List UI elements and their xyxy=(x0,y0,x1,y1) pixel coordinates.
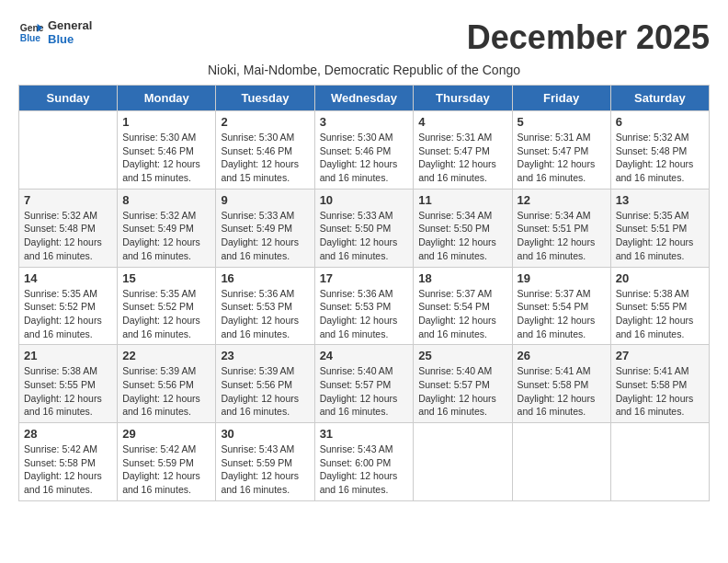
day-info: Sunrise: 5:37 AM Sunset: 5:54 PM Dayligh… xyxy=(418,287,506,341)
calendar-cell: 3Sunrise: 5:30 AM Sunset: 5:46 PM Daylig… xyxy=(314,111,414,190)
header-cell-monday: Monday xyxy=(118,86,216,111)
day-info: Sunrise: 5:35 AM Sunset: 5:52 PM Dayligh… xyxy=(122,287,210,341)
calendar-week-2: 7Sunrise: 5:32 AM Sunset: 5:48 PM Daylig… xyxy=(19,189,710,267)
day-number: 28 xyxy=(24,427,112,441)
day-number: 9 xyxy=(221,193,309,207)
calendar-cell: 18Sunrise: 5:37 AM Sunset: 5:54 PM Dayli… xyxy=(414,267,512,345)
day-info: Sunrise: 5:36 AM Sunset: 5:53 PM Dayligh… xyxy=(221,287,309,341)
svg-text:Blue: Blue xyxy=(20,33,41,43)
logo-text-line1: General xyxy=(48,18,92,32)
header-cell-thursday: Thursday xyxy=(414,86,512,111)
calendar-cell: 9Sunrise: 5:33 AM Sunset: 5:49 PM Daylig… xyxy=(216,189,314,267)
day-number: 23 xyxy=(221,349,309,362)
header-cell-saturday: Saturday xyxy=(610,86,709,111)
day-number: 16 xyxy=(221,271,309,285)
day-info: Sunrise: 5:34 AM Sunset: 5:51 PM Dayligh… xyxy=(518,209,606,263)
calendar-cell: 12Sunrise: 5:34 AM Sunset: 5:51 PM Dayli… xyxy=(512,189,610,267)
day-info: Sunrise: 5:39 AM Sunset: 5:56 PM Dayligh… xyxy=(221,364,309,419)
calendar-week-5: 28Sunrise: 5:42 AM Sunset: 5:58 PM Dayli… xyxy=(19,423,710,501)
day-info: Sunrise: 5:32 AM Sunset: 5:49 PM Dayligh… xyxy=(122,209,210,263)
day-info: Sunrise: 5:39 AM Sunset: 5:56 PM Dayligh… xyxy=(122,364,210,419)
day-number: 19 xyxy=(518,271,606,285)
header-cell-tuesday: Tuesday xyxy=(216,86,314,111)
day-number: 15 xyxy=(122,271,210,285)
calendar-cell: 6Sunrise: 5:32 AM Sunset: 5:48 PM Daylig… xyxy=(610,111,709,190)
day-info: Sunrise: 5:34 AM Sunset: 5:50 PM Dayligh… xyxy=(418,209,506,263)
day-number: 17 xyxy=(320,271,409,285)
day-number: 5 xyxy=(518,115,606,129)
day-number: 13 xyxy=(616,193,704,207)
day-info: Sunrise: 5:43 AM Sunset: 6:00 PM Dayligh… xyxy=(320,442,409,497)
calendar-cell: 26Sunrise: 5:41 AM Sunset: 5:58 PM Dayli… xyxy=(512,345,610,423)
calendar-cell: 13Sunrise: 5:35 AM Sunset: 5:51 PM Dayli… xyxy=(610,189,709,267)
day-number: 24 xyxy=(320,349,409,362)
day-number: 3 xyxy=(320,115,409,129)
calendar-cell: 5Sunrise: 5:31 AM Sunset: 5:47 PM Daylig… xyxy=(512,111,610,190)
calendar-cell: 16Sunrise: 5:36 AM Sunset: 5:53 PM Dayli… xyxy=(216,267,314,345)
calendar-cell: 7Sunrise: 5:32 AM Sunset: 5:48 PM Daylig… xyxy=(19,189,118,267)
day-number: 11 xyxy=(418,193,506,207)
calendar-cell: 29Sunrise: 5:42 AM Sunset: 5:59 PM Dayli… xyxy=(118,423,216,501)
day-number: 21 xyxy=(24,349,112,362)
calendar-week-3: 14Sunrise: 5:35 AM Sunset: 5:52 PM Dayli… xyxy=(19,267,710,345)
day-number: 27 xyxy=(616,349,704,362)
day-info: Sunrise: 5:32 AM Sunset: 5:48 PM Dayligh… xyxy=(24,209,112,263)
day-info: Sunrise: 5:42 AM Sunset: 5:59 PM Dayligh… xyxy=(122,442,210,497)
calendar-cell: 11Sunrise: 5:34 AM Sunset: 5:50 PM Dayli… xyxy=(414,189,512,267)
day-info: Sunrise: 5:37 AM Sunset: 5:54 PM Dayligh… xyxy=(518,287,606,341)
day-number: 8 xyxy=(122,193,210,207)
day-number: 18 xyxy=(418,271,506,285)
day-number: 14 xyxy=(24,271,112,285)
day-info: Sunrise: 5:30 AM Sunset: 5:46 PM Dayligh… xyxy=(221,131,309,185)
calendar-cell: 24Sunrise: 5:40 AM Sunset: 5:57 PM Dayli… xyxy=(314,345,414,423)
header: General Blue General Blue December 2025 xyxy=(18,18,710,57)
calendar-cell: 17Sunrise: 5:36 AM Sunset: 5:53 PM Dayli… xyxy=(314,267,414,345)
header-cell-friday: Friday xyxy=(512,86,610,111)
calendar-cell: 15Sunrise: 5:35 AM Sunset: 5:52 PM Dayli… xyxy=(118,267,216,345)
day-number: 31 xyxy=(320,427,409,441)
day-info: Sunrise: 5:31 AM Sunset: 5:47 PM Dayligh… xyxy=(418,131,506,185)
day-info: Sunrise: 5:42 AM Sunset: 5:58 PM Dayligh… xyxy=(24,442,112,497)
day-info: Sunrise: 5:35 AM Sunset: 5:52 PM Dayligh… xyxy=(24,287,112,341)
day-info: Sunrise: 5:31 AM Sunset: 5:47 PM Dayligh… xyxy=(518,131,606,185)
day-number: 1 xyxy=(122,115,210,129)
title-block: December 2025 xyxy=(467,18,710,57)
day-info: Sunrise: 5:33 AM Sunset: 5:50 PM Dayligh… xyxy=(320,209,409,263)
header-cell-sunday: Sunday xyxy=(19,86,118,111)
logo: General Blue General Blue xyxy=(18,18,92,46)
calendar-cell xyxy=(19,111,118,190)
calendar-cell: 27Sunrise: 5:41 AM Sunset: 5:58 PM Dayli… xyxy=(610,345,709,423)
calendar-cell xyxy=(610,423,709,501)
day-info: Sunrise: 5:40 AM Sunset: 5:57 PM Dayligh… xyxy=(320,364,409,419)
day-number: 22 xyxy=(122,349,210,362)
day-number: 7 xyxy=(24,193,112,207)
calendar-header-row: SundayMondayTuesdayWednesdayThursdayFrid… xyxy=(19,86,710,111)
day-number: 30 xyxy=(221,427,309,441)
calendar-cell: 2Sunrise: 5:30 AM Sunset: 5:46 PM Daylig… xyxy=(216,111,314,190)
day-number: 6 xyxy=(616,115,704,129)
calendar-cell: 21Sunrise: 5:38 AM Sunset: 5:55 PM Dayli… xyxy=(19,345,118,423)
calendar-cell: 28Sunrise: 5:42 AM Sunset: 5:58 PM Dayli… xyxy=(19,423,118,501)
calendar-cell: 31Sunrise: 5:43 AM Sunset: 6:00 PM Dayli… xyxy=(314,423,414,501)
day-info: Sunrise: 5:41 AM Sunset: 5:58 PM Dayligh… xyxy=(616,364,704,419)
day-number: 29 xyxy=(122,427,210,441)
calendar-cell xyxy=(414,423,512,501)
day-info: Sunrise: 5:30 AM Sunset: 5:46 PM Dayligh… xyxy=(122,131,210,185)
day-info: Sunrise: 5:33 AM Sunset: 5:49 PM Dayligh… xyxy=(221,209,309,263)
day-info: Sunrise: 5:36 AM Sunset: 5:53 PM Dayligh… xyxy=(320,287,409,341)
calendar-cell: 20Sunrise: 5:38 AM Sunset: 5:55 PM Dayli… xyxy=(610,267,709,345)
day-number: 26 xyxy=(518,349,606,362)
day-info: Sunrise: 5:30 AM Sunset: 5:46 PM Dayligh… xyxy=(320,131,409,185)
day-info: Sunrise: 5:38 AM Sunset: 5:55 PM Dayligh… xyxy=(24,364,112,419)
calendar-cell: 8Sunrise: 5:32 AM Sunset: 5:49 PM Daylig… xyxy=(118,189,216,267)
day-info: Sunrise: 5:35 AM Sunset: 5:51 PM Dayligh… xyxy=(616,209,704,263)
calendar-cell: 19Sunrise: 5:37 AM Sunset: 5:54 PM Dayli… xyxy=(512,267,610,345)
header-cell-wednesday: Wednesday xyxy=(314,86,414,111)
day-info: Sunrise: 5:38 AM Sunset: 5:55 PM Dayligh… xyxy=(616,287,704,341)
day-number: 10 xyxy=(320,193,409,207)
calendar-cell: 22Sunrise: 5:39 AM Sunset: 5:56 PM Dayli… xyxy=(118,345,216,423)
day-number: 25 xyxy=(418,349,506,362)
calendar-cell: 4Sunrise: 5:31 AM Sunset: 5:47 PM Daylig… xyxy=(414,111,512,190)
calendar-cell: 25Sunrise: 5:40 AM Sunset: 5:57 PM Dayli… xyxy=(414,345,512,423)
day-info: Sunrise: 5:41 AM Sunset: 5:58 PM Dayligh… xyxy=(518,364,606,419)
